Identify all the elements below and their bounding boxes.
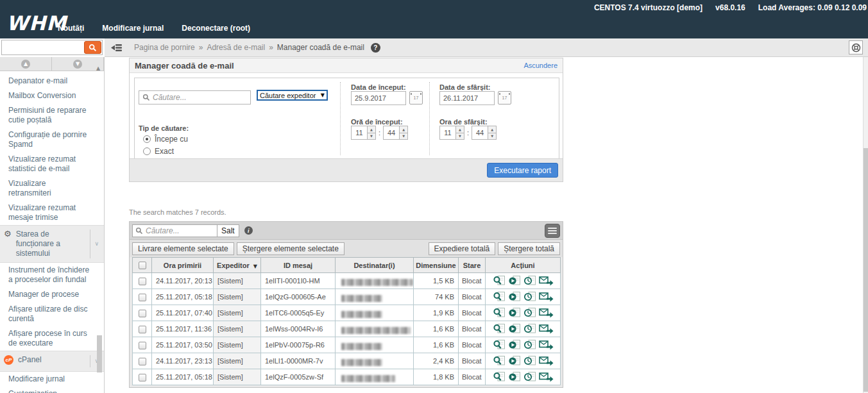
sidebar-section-cpanel[interactable]: cPcPanel∨	[0, 351, 104, 372]
sidebar-item[interactable]: Vizualizare rezumat mesaje trimise	[0, 201, 104, 225]
deliver-message-icon[interactable]	[508, 307, 521, 319]
form-search-field[interactable]: Căutare...	[139, 90, 251, 105]
view-message-icon[interactable]	[493, 355, 506, 367]
menu-item-news[interactable]: Noutăți	[58, 24, 84, 33]
help-icon[interactable]: ?	[371, 43, 380, 53]
end-minute-value[interactable]: 44	[472, 126, 488, 140]
support-button[interactable]	[849, 40, 863, 54]
forward-message-icon[interactable]	[539, 371, 554, 383]
start-minute-value[interactable]: 44	[383, 126, 400, 140]
sidebar-item[interactable]: Permisiuni de reparare cutie poștală	[0, 103, 104, 128]
sidebar-item[interactable]: Modificare jurnal	[0, 372, 104, 387]
spin-down-icon[interactable]: ▼	[456, 133, 464, 140]
unfreeze-message-icon[interactable]	[523, 355, 536, 367]
deliver-message-icon[interactable]	[508, 291, 521, 303]
view-message-icon[interactable]	[493, 307, 506, 319]
deliver-message-icon[interactable]	[508, 323, 521, 335]
menu-item-logout[interactable]: Deconectare (root)	[182, 24, 250, 33]
search-type-dropdown[interactable]: Căutare expeditor ▼	[257, 90, 328, 101]
radio-begins-with[interactable]	[143, 135, 151, 143]
unfreeze-message-icon[interactable]	[523, 291, 536, 303]
breadcrumb-email[interactable]: Adresă de e-mail	[207, 43, 265, 52]
deliver-selected-button[interactable]: Livrare elemente selectate	[132, 242, 234, 255]
spin-up-icon[interactable]: ▲	[488, 126, 497, 133]
page-scrollbar-thumb[interactable]	[864, 148, 868, 392]
sidebar-item[interactable]: Vizualizare rezumat statistici de e-mail	[0, 152, 104, 176]
sidebar-scrollbar[interactable]: ▲	[96, 61, 103, 393]
sidebar-item[interactable]: Depanator e-mail	[0, 74, 104, 88]
sidebar-item[interactable]: Afișare procese în curs de executare	[0, 326, 104, 351]
deliver-message-icon[interactable]	[508, 275, 521, 287]
unfreeze-message-icon[interactable]	[523, 275, 536, 287]
sidebar-item[interactable]: Customization	[0, 387, 104, 393]
end-hour-value[interactable]: 11	[439, 126, 456, 140]
row-checkbox[interactable]	[139, 342, 146, 349]
scroll-up-button[interactable]: ▲	[0, 57, 52, 71]
view-message-icon[interactable]	[493, 275, 506, 287]
calendar-icon[interactable]: 17	[409, 91, 423, 105]
collapse-sidebar-icon[interactable]	[111, 44, 123, 52]
page-scrollbar[interactable]	[863, 57, 868, 393]
start-hour-value[interactable]: 11	[351, 126, 368, 140]
radio-exact[interactable]	[143, 147, 151, 155]
calendar-icon[interactable]: 17	[498, 91, 511, 105]
delete-selected-button[interactable]: Ștergere elemente selectate	[237, 242, 345, 255]
col-message-id[interactable]: ID mesaj	[261, 258, 336, 273]
unfreeze-message-icon[interactable]	[523, 339, 536, 351]
row-checkbox[interactable]	[139, 374, 146, 381]
forward-message-icon[interactable]	[539, 339, 554, 351]
view-message-icon[interactable]	[493, 323, 506, 335]
spin-down-icon[interactable]: ▼	[400, 133, 408, 140]
quick-search-button[interactable]	[84, 41, 101, 54]
forward-message-icon[interactable]	[539, 275, 554, 287]
spin-down-icon[interactable]: ▼	[488, 133, 497, 140]
unfreeze-message-icon[interactable]	[523, 323, 536, 335]
forward-message-icon[interactable]	[539, 307, 554, 319]
unfreeze-message-icon[interactable]	[523, 371, 536, 383]
start-date-input[interactable]	[351, 91, 406, 105]
row-checkbox[interactable]	[139, 294, 146, 301]
deliver-message-icon[interactable]	[508, 339, 521, 351]
sidebar-item[interactable]: Vizualizare retransmiteri	[0, 176, 104, 201]
info-icon[interactable]: i	[244, 226, 253, 235]
deliver-message-icon[interactable]	[508, 355, 521, 367]
col-sender[interactable]: Expeditor▼	[214, 258, 261, 273]
sidebar-item[interactable]: Mailbox Conversion	[0, 88, 104, 103]
view-message-icon[interactable]	[493, 371, 506, 383]
col-state[interactable]: Stare	[459, 258, 486, 273]
scrollbar-up-icon[interactable]: ▲	[96, 65, 100, 71]
row-checkbox[interactable]	[139, 358, 146, 365]
select-all-checkbox[interactable]	[139, 262, 146, 269]
delete-all-button[interactable]: Ștergere totală	[498, 242, 560, 255]
col-received-time[interactable]: Ora primirii	[152, 258, 214, 273]
hide-link[interactable]: Ascundere	[523, 62, 557, 69]
view-message-icon[interactable]	[493, 291, 506, 303]
row-checkbox[interactable]	[139, 326, 146, 333]
sidebar-item[interactable]: Configurație de pornire Spamd	[0, 128, 104, 152]
row-checkbox[interactable]	[139, 310, 146, 317]
sidebar-item[interactable]: Manager de procese	[0, 287, 104, 302]
sidebar-item[interactable]: Afișare utilizare de disc curentă	[0, 302, 104, 326]
forward-message-icon[interactable]	[539, 291, 554, 303]
spin-down-icon[interactable]: ▼	[368, 133, 376, 140]
spin-up-icon[interactable]: ▲	[456, 126, 464, 133]
unfreeze-message-icon[interactable]	[523, 307, 536, 319]
breadcrumb-home[interactable]: Pagina de pornire	[134, 43, 195, 52]
forward-message-icon[interactable]	[539, 323, 554, 335]
run-report-button[interactable]: Executare raport	[487, 163, 558, 178]
col-size[interactable]: Dimensiune	[414, 258, 459, 273]
scrollbar-thumb[interactable]	[97, 335, 102, 372]
menu-item-changelog[interactable]: Modificare jurnal	[102, 24, 164, 33]
sidebar-section-gear[interactable]: ⚙Starea de funcționare a sistemului∨	[0, 225, 104, 263]
spin-up-icon[interactable]: ▲	[400, 126, 408, 133]
end-date-input[interactable]	[439, 91, 495, 105]
col-recipients[interactable]: Destinatar(i)	[336, 258, 414, 273]
sidebar-item[interactable]: Instrument de închidere a proceselor din…	[0, 263, 104, 287]
jump-button[interactable]: Salt	[217, 224, 239, 237]
deliver-all-button[interactable]: Expediere totală	[429, 242, 496, 255]
table-search-field[interactable]: Căutare...	[132, 224, 217, 237]
list-view-icon[interactable]	[545, 224, 560, 238]
row-checkbox[interactable]	[139, 278, 146, 285]
forward-message-icon[interactable]	[539, 355, 554, 367]
spin-up-icon[interactable]: ▲	[368, 126, 376, 133]
